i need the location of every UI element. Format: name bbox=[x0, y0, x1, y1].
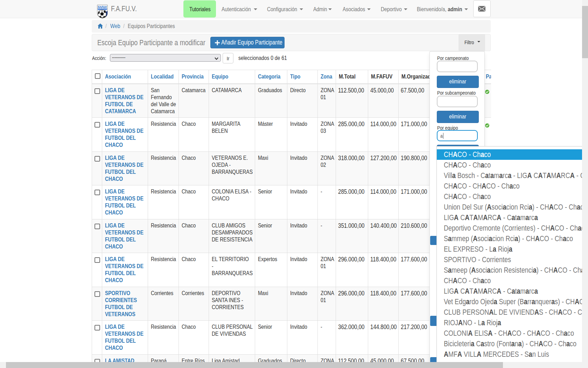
svg-text:F.A.FU.V: F.A.FU.V bbox=[98, 6, 107, 9]
